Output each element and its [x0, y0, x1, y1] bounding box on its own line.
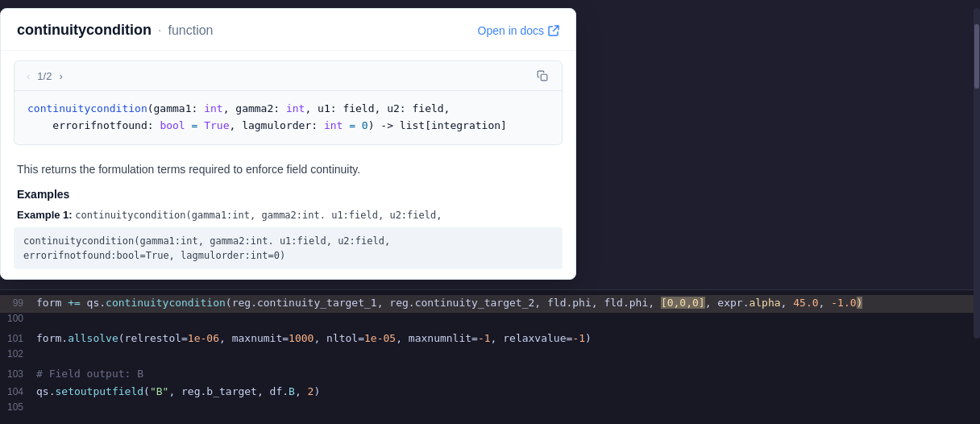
code-line-99: 99 form += qs.continuitycondition(reg.co…: [0, 295, 980, 313]
example1-label: Example 1: continuitycondition(gamma1:in…: [1, 206, 575, 224]
bottom-lines: 99 form += qs.continuitycondition(reg.co…: [0, 290, 980, 424]
prev-page-button[interactable]: ‹: [24, 69, 32, 83]
code-line-105: 105: [0, 401, 980, 419]
code-line-102: 102: [0, 348, 980, 366]
svg-rect-0: [541, 74, 547, 81]
sig-funcname: continuitycondition: [27, 102, 147, 114]
popup-scrollbar[interactable]: [974, 8, 980, 339]
next-page-button[interactable]: ›: [56, 69, 64, 83]
open-docs-label: Open in docs: [478, 24, 545, 37]
code-line-104: 104 qs.setoutputfield("B", reg.b_target,…: [0, 384, 980, 401]
example1-code: continuitycondition(gamma1:int, gamma2:i…: [14, 227, 563, 269]
examples-title: Examples: [1, 188, 575, 206]
external-link-icon: [548, 25, 559, 36]
popup-title: continuitycondition · function: [17, 22, 213, 39]
pagination-text: 1/2: [37, 70, 52, 82]
function-name: continuitycondition: [17, 22, 152, 39]
title-separator: ·: [158, 23, 161, 38]
snippet-header: ‹ 1/2 ›: [15, 61, 562, 91]
function-type: function: [168, 23, 213, 38]
pagination: ‹ 1/2 ›: [24, 69, 65, 83]
signature-content: continuitycondition(gamma1: int, gamma2:…: [15, 91, 562, 144]
code-line-103: 103 # Field output: B: [0, 366, 980, 384]
popup-body: ‹ 1/2 › continuitycondition(gamma1: int,…: [1, 51, 575, 279]
popup-header: continuitycondition · function Open in d…: [1, 9, 575, 51]
documentation-popup: continuitycondition · function Open in d…: [0, 8, 576, 280]
open-docs-link[interactable]: Open in docs: [478, 24, 560, 37]
code-line-100: 100: [0, 313, 980, 330]
popup-description: This returns the formulation terms requi…: [1, 155, 575, 188]
scrollbar-thumb[interactable]: [974, 24, 979, 89]
copy-button[interactable]: [533, 66, 552, 85]
code-line-101: 101 form.allsolve(relrestol=1e-06, maxnu…: [0, 330, 980, 348]
signature-box: ‹ 1/2 › continuitycondition(gamma1: int,…: [14, 60, 563, 145]
example1-inline: continuitycondition(gamma1:int, gamma2:i…: [75, 210, 442, 221]
copy-icon: [537, 70, 548, 81]
bottom-code-bar: 99 form += qs.continuitycondition(reg.co…: [0, 289, 980, 424]
